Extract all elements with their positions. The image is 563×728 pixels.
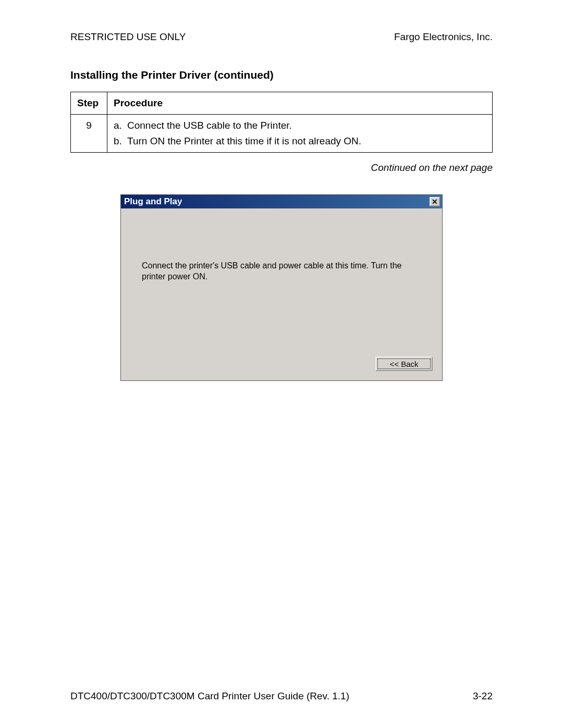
back-button[interactable]: << Back — [375, 356, 433, 371]
header-right: Fargo Electronics, Inc. — [394, 31, 493, 43]
item-letter: b. — [114, 135, 127, 147]
procedure-item: b. Turn ON the Printer at this time if i… — [114, 135, 486, 147]
dialog-body: Connect the printer's USB cable and powe… — [121, 208, 442, 380]
dialog-titlebar: Plug and Play ✕ — [121, 195, 442, 208]
procedure-table: Step Procedure 9 a. Connect the USB cabl… — [70, 92, 493, 153]
header-left: RESTRICTED USE ONLY — [70, 31, 186, 43]
dialog-title: Plug and Play — [124, 196, 182, 207]
page-header: RESTRICTED USE ONLY Fargo Electronics, I… — [70, 31, 493, 43]
item-text: Connect the USB cable to the Printer. — [127, 120, 486, 131]
dialog-screenshot-wrapper: Plug and Play ✕ Connect the printer's US… — [70, 194, 493, 381]
procedure-cell: a. Connect the USB cable to the Printer.… — [107, 115, 493, 153]
table-row: 9 a. Connect the USB cable to the Printe… — [71, 115, 493, 153]
plug-and-play-dialog: Plug and Play ✕ Connect the printer's US… — [120, 194, 443, 381]
table-header-row: Step Procedure — [71, 92, 493, 115]
close-icon: ✕ — [432, 198, 438, 205]
footer-right: 3-22 — [473, 690, 493, 702]
dialog-message: Connect the printer's USB cable and powe… — [142, 261, 402, 282]
page-footer: DTC400/DTC300/DTC300M Card Printer User … — [70, 690, 493, 702]
continued-note: Continued on the next page — [70, 162, 493, 174]
footer-left: DTC400/DTC300/DTC300M Card Printer User … — [70, 690, 349, 702]
close-button[interactable]: ✕ — [430, 197, 440, 206]
dialog-button-row: << Back — [375, 356, 433, 371]
section-title: Installing the Printer Driver (continued… — [70, 69, 493, 81]
procedure-item: a. Connect the USB cable to the Printer. — [114, 120, 486, 131]
col-step-header: Step — [71, 92, 107, 115]
step-number-cell: 9 — [71, 115, 107, 153]
item-letter: a. — [114, 120, 127, 131]
item-text: Turn ON the Printer at this time if it i… — [127, 135, 486, 147]
col-procedure-header: Procedure — [107, 92, 493, 115]
